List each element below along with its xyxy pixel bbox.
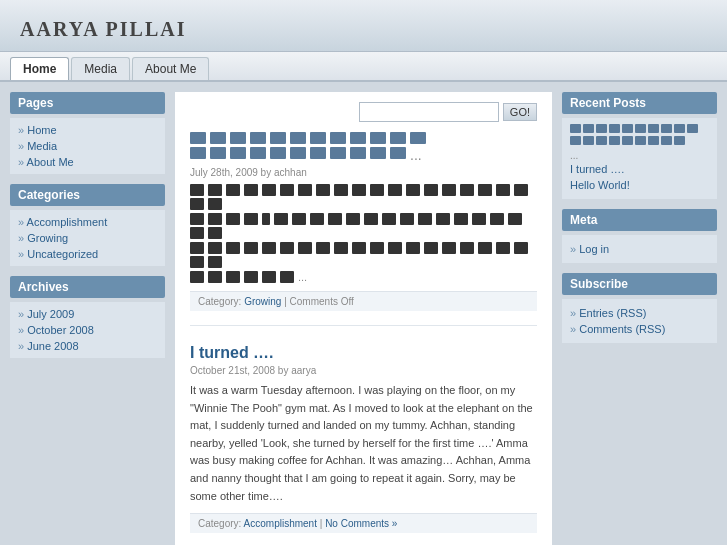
post-1-title-redacted: ... <box>190 132 537 163</box>
recent-post-helloworld[interactable]: Hello World! <box>570 177 709 193</box>
post-1: ... July 28th, 2009 by achhan <box>190 132 537 326</box>
sidebar-categories-section: Categories Accomplishment Growing Uncate… <box>10 184 165 266</box>
sidebar-archives-title: Archives <box>10 276 165 298</box>
sidebar-right: Recent Posts <box>562 92 717 545</box>
sidebar-archives-section: Archives July 2009 October 2008 June 200… <box>10 276 165 358</box>
sidebar-meta-content: Log in <box>562 235 717 263</box>
post-1-meta: July 28th, 2009 by achhan <box>190 167 537 178</box>
nav-tab-about[interactable]: About Me <box>132 57 209 80</box>
post-2-category-link[interactable]: Accomplishment <box>244 518 317 529</box>
search-button[interactable]: GO! <box>503 103 537 121</box>
nav-bar: Home Media About Me <box>0 52 727 82</box>
sidebar-pages-content: Home Media About Me <box>10 118 165 174</box>
sidebar-pages-section: Pages Home Media About Me <box>10 92 165 174</box>
sidebar-pages-title: Pages <box>10 92 165 114</box>
sidebar-meta-login[interactable]: Log in <box>570 241 709 257</box>
post-2: I turned …. October 21st, 2008 by aarya … <box>190 344 537 545</box>
sidebar-cat-growing[interactable]: Growing <box>18 230 157 246</box>
post-1-category-label: Category: <box>198 296 244 307</box>
sidebar-archive-oct2008[interactable]: October 2008 <box>18 322 157 338</box>
sidebar-left: Pages Home Media About Me Categories Acc… <box>10 92 165 545</box>
sidebar-page-about[interactable]: About Me <box>18 154 157 170</box>
sidebar-archives-content: July 2009 October 2008 June 2008 <box>10 302 165 358</box>
sidebar-subscribe-content: Entries (RSS) Comments (RSS) <box>562 299 717 343</box>
sidebar-page-home[interactable]: Home <box>18 122 157 138</box>
search-input[interactable] <box>359 102 499 122</box>
post-2-title[interactable]: I turned …. <box>190 344 537 362</box>
sidebar-cat-uncategorized[interactable]: Uncategorized <box>18 246 157 262</box>
sidebar-archive-july2009[interactable]: July 2009 <box>18 306 157 322</box>
nav-tab-home[interactable]: Home <box>10 57 69 80</box>
sidebar-categories-content: Accomplishment Growing Uncategorized <box>10 210 165 266</box>
post-2-comments-link[interactable]: No Comments » <box>325 518 397 529</box>
sidebar-meta-title: Meta <box>562 209 717 231</box>
sidebar-categories-title: Categories <box>10 184 165 206</box>
post-1-excerpt-redacted: ... <box>190 184 537 283</box>
sidebar-meta: Meta Log in <box>562 209 717 263</box>
post-2-meta: October 21st, 2008 by aarya <box>190 365 537 376</box>
recent-post-dots: ... <box>570 150 709 161</box>
sidebar-cat-accomplishment[interactable]: Accomplishment <box>18 214 157 230</box>
sidebar-subscribe-title: Subscribe <box>562 273 717 295</box>
post-2-category-label: Category: <box>198 518 244 529</box>
content-wrapper: Pages Home Media About Me Categories Acc… <box>0 82 727 545</box>
post-1-category-link[interactable]: Growing <box>244 296 281 307</box>
sidebar-recent-posts-title: Recent Posts <box>562 92 717 114</box>
post-2-footer: Category: Accomplishment | No Comments » <box>190 513 537 533</box>
sidebar-recent-posts: Recent Posts <box>562 92 717 199</box>
sidebar-recent-posts-content: ... I turned …. Hello World! <box>562 118 717 199</box>
sidebar-archive-jun2008[interactable]: June 2008 <box>18 338 157 354</box>
nav-tab-media[interactable]: Media <box>71 57 130 80</box>
search-bar: GO! <box>190 102 537 122</box>
site-header: AARYA PILLAI <box>0 0 727 52</box>
post-1-footer: Category: Growing | Comments Off <box>190 291 537 311</box>
sidebar-page-media[interactable]: Media <box>18 138 157 154</box>
sidebar-subscribe-comments[interactable]: Comments (RSS) <box>570 321 709 337</box>
main-content: GO! <box>175 92 552 545</box>
post-2-excerpt: It was a warm Tuesday afternoon. I was p… <box>190 382 537 505</box>
recent-post-iturned[interactable]: I turned …. <box>570 161 709 177</box>
post-1-comments: Comments Off <box>290 296 354 307</box>
recent-posts-redacted-bars <box>570 124 709 146</box>
sidebar-subscribe-entries[interactable]: Entries (RSS) <box>570 305 709 321</box>
sidebar-subscribe: Subscribe Entries (RSS) Comments (RSS) <box>562 273 717 343</box>
site-title: AARYA PILLAI <box>20 18 707 41</box>
